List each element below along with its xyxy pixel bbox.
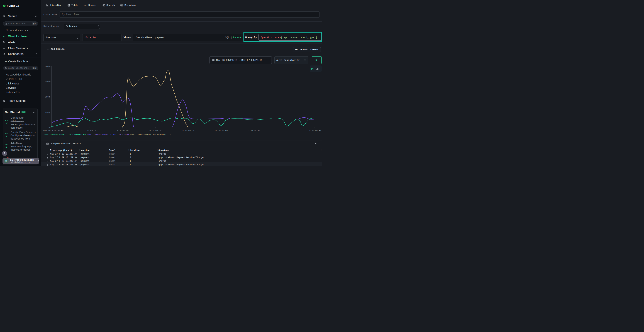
svg-text:150M: 150M <box>45 111 50 114</box>
svg-text:May 26 9:00:00 AM: May 26 9:00:00 AM <box>44 129 64 132</box>
svg-text:600M: 600M <box>45 66 50 68</box>
svg-text:3:30:00 PM: 3:30:00 PM <box>117 129 128 132</box>
svg-text:450M: 450M <box>45 80 50 83</box>
svg-text:300M: 300M <box>45 96 50 98</box>
svg-text:9:30:00 PM: 9:30:00 PM <box>182 129 194 132</box>
svg-text:6:30:00 PM: 6:30:00 PM <box>150 129 161 132</box>
svg-text:12:30:00 PM: 12:30:00 PM <box>83 129 96 132</box>
svg-text:12:30:00 AM: 12:30:00 AM <box>215 129 228 132</box>
svg-text:0: 0 <box>48 127 50 129</box>
svg-text:9:00:00 AM: 9:00:00 AM <box>309 129 321 132</box>
svg-text:3:30:00 AM: 3:30:00 AM <box>248 129 260 132</box>
